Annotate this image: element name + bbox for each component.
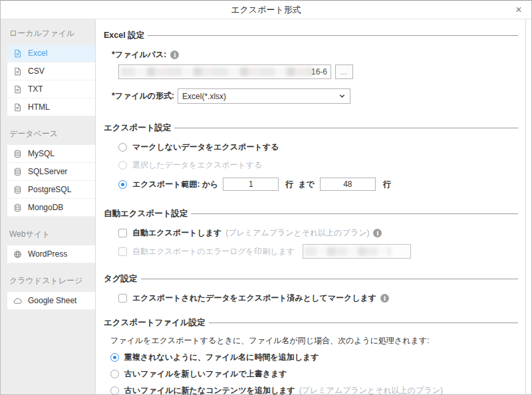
auto-export-row: 自動エクスポートします (プレミアムプランとそれ以上のプラン) i [118,227,519,239]
file-format-value: Excel(*.xlsx) [182,92,338,101]
sidebar-item-label: HTML [28,102,50,112]
file-format-row: *ファイルの形式: Excel(*.xlsx) [112,88,519,104]
section-excel-settings: Excel 設定 [104,30,518,41]
radio-export-range[interactable] [118,180,127,189]
section-divider [148,35,518,36]
file-path-label-row: *ファイルパス: i [112,49,519,61]
checkbox-error-log [118,247,127,256]
radio-row-append: 古いファイルに新たなコンテンツを追加します (プレミアムプランとそれ以上のプラン… [110,385,519,395]
sidebar-group-local-files: ローカルファイル [1,22,95,45]
radio-row-add-time: 重複されないように、ファイル名に時間を追加します [110,352,519,363]
file-path-input[interactable]: 16-6 [118,65,331,79]
sidebar-item-label: CSV [28,66,45,76]
section-divider [141,279,518,279]
info-icon[interactable]: i [170,51,179,59]
sidebar-group-database: データベース [1,122,95,145]
radio-row-selected-data: 選択したデータをエクスポートする [118,160,519,171]
file-conflict-description: ファイルをエクスポートするときに、ファイル名が同じ場合、次のように処理されます: [110,335,430,346]
file-format-select[interactable]: Excel(*.xlsx) [178,88,350,104]
file-icon [13,67,22,76]
checkbox-auto-export[interactable] [118,229,127,237]
export-format-dialog: エクスポート形式 × ローカルファイル Excel CSV TXT [0,0,532,395]
sidebar-group-cloud-storage: クラウドストレージ [1,269,95,292]
sidebar-group-website-items: WordPress [7,245,95,263]
file-icon [13,103,22,112]
section-tag-settings: タグ設定 [104,273,518,285]
section-export-file-settings: エクスポートファイル設定 [104,317,518,329]
sidebar-item-label: MySQL [28,149,55,158]
close-icon[interactable]: × [512,3,525,17]
file-icon [13,85,22,94]
sidebar-group-website: Webサイト [1,223,95,245]
sidebar-item-label: MongoDB [28,203,63,212]
file-icon [13,49,22,58]
sidebar-item-csv[interactable]: CSV [7,63,95,80]
checkbox-mark-exported[interactable] [118,294,127,303]
sidebar-item-label: WordPress [28,249,67,259]
radio-add-time[interactable] [110,353,119,362]
blurred-error-log-value [305,247,390,256]
range-from-input[interactable] [223,178,279,191]
radio-row-overwrite: 古いファイルを新しいファイルで上書きます [110,368,519,380]
blurred-file-path [120,67,313,76]
chevron-down-icon [338,92,346,100]
error-log-input [303,244,411,259]
section-divider [191,213,518,214]
export-target-sidebar: ローカルファイル Excel CSV TXT HTML [1,19,96,394]
info-icon[interactable]: i [373,229,382,237]
database-icon [13,150,22,158]
file-conflict-description-row: ファイルをエクスポートするときに、ファイル名が同じ場合、次のように処理されます: [110,335,519,346]
database-icon [13,186,22,194]
browse-button[interactable]: … [335,65,353,79]
dialog-titlebar: エクスポート形式 × [1,1,531,19]
section-title: エクスポートファイル設定 [104,317,205,329]
sidebar-gap [1,217,95,223]
plan-note: (プレミアムプランとそれ以上のプラン) [299,385,443,395]
range-between-label: まで [298,179,315,190]
sidebar-item-wordpress[interactable]: WordPress [7,245,95,263]
mark-exported-row: エクスポートされたデータをエクスポート済みとしてマークします i [118,293,519,304]
sidebar-item-html[interactable]: HTML [7,98,95,116]
main-panel: Excel 設定 *ファイルパス: i 16-6 … *ファイルの形式: [96,19,531,394]
radio-overwrite[interactable] [110,370,119,378]
settings-content: Excel 設定 *ファイルパス: i 16-6 … *ファイルの形式: [96,19,531,395]
radio-label-disabled: 選択したデータをエクスポートする [132,160,262,171]
checkbox-label-disabled: 自動エクスポートのエラーログを印刷します [132,246,295,257]
sidebar-item-label: Google Sheet [28,296,76,305]
radio-export-selected [118,161,127,170]
section-title: エクスポート設定 [104,122,171,134]
sidebar-item-label: PostgreSQL [28,185,71,194]
cloud-icon [13,297,22,305]
sidebar-item-label: SQLServer [28,167,67,176]
plan-note: (プレミアムプランとそれ以上のプラン) [225,227,369,239]
checkbox-label: エクスポートされたデータをエクスポート済みとしてマークします [132,293,376,304]
section-divider [209,323,518,323]
file-path-label: *ファイルパス: [112,49,166,61]
radio-label: 古いファイルに新たなコンテンツを追加します [124,385,295,395]
sidebar-item-sqlserver[interactable]: SQLServer [7,163,95,181]
section-title: タグ設定 [104,273,138,285]
section-title: Excel 設定 [104,30,144,41]
radio-export-unmarked[interactable] [118,143,127,152]
sidebar-item-mysql[interactable]: MySQL [7,145,95,163]
range-unit: 行 [285,179,293,190]
sidebar-item-mongodb[interactable]: MongoDB [7,199,95,217]
sidebar-group-local-items: Excel CSV TXT HTML [7,45,95,116]
range-to-input[interactable] [320,178,376,191]
radio-append[interactable] [110,386,119,395]
file-path-visible-suffix: 16-6 [311,67,327,76]
radio-row-unmarked: マークしないデータをエクスポートする [118,142,519,153]
sidebar-item-label: TXT [28,84,43,94]
sidebar-item-txt[interactable]: TXT [7,80,95,98]
sidebar-item-google-sheet[interactable]: Google Sheet [7,292,95,310]
sidebar-item-postgresql[interactable]: PostgreSQL [7,181,95,199]
sidebar-item-excel[interactable]: Excel [7,45,95,63]
range-unit: 行 [383,179,391,190]
section-title: 自動エクスポート設定 [104,208,188,219]
export-range-label: エクスポート範囲: から [132,179,218,190]
sidebar-group-cloud-items: Google Sheet [7,292,95,310]
database-icon [13,203,22,212]
info-icon[interactable]: i [380,294,389,303]
radio-label: マークしないデータをエクスポートする [132,142,279,153]
globe-icon [13,250,22,259]
